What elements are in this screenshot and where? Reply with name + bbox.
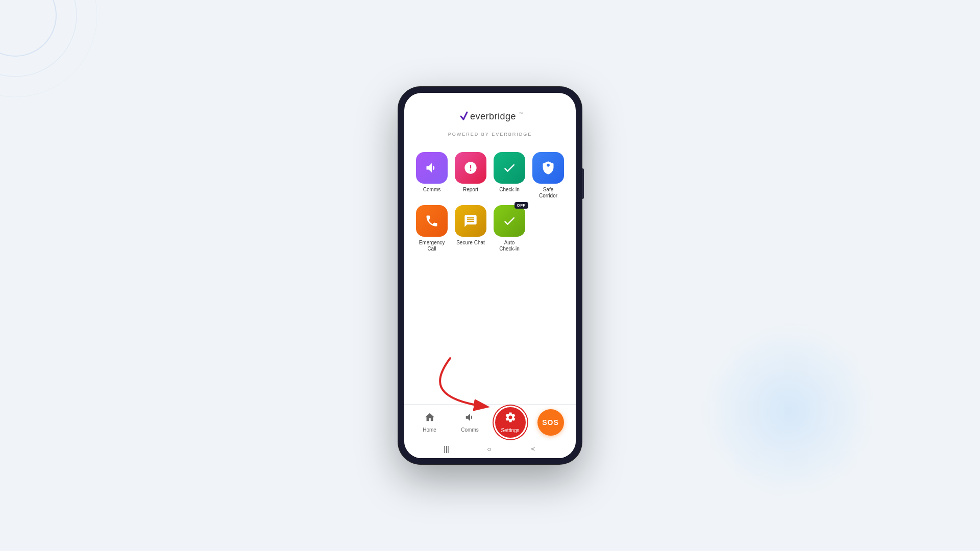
auto-checkin-app-item[interactable]: OFF AutoCheck-in xyxy=(492,205,527,252)
app-logo: everbridge ™ xyxy=(457,108,523,124)
android-back-btn[interactable]: ＜ xyxy=(529,444,536,454)
phone-frame: everbridge ™ POWERED BY EVERBRIDGE xyxy=(398,87,582,464)
nav-sos[interactable]: SOS xyxy=(535,409,566,436)
auto-checkin-label: AutoCheck-in xyxy=(499,240,519,252)
safe-corridor-label: SafeCorridor xyxy=(539,187,557,199)
secure-chat-label: Secure Chat xyxy=(456,240,485,246)
logo-area: everbridge ™ POWERED BY EVERBRIDGE xyxy=(448,108,532,137)
nav-settings[interactable]: Settings xyxy=(495,407,526,438)
svg-text:everbridge: everbridge xyxy=(470,111,516,121)
comms-label: Comms xyxy=(423,187,440,193)
svg-point-0 xyxy=(0,0,56,56)
emergency-call-app-item[interactable]: EmergencyCall xyxy=(414,205,449,252)
nav-home[interactable]: Home xyxy=(414,412,445,433)
svg-point-2 xyxy=(0,0,97,97)
app-grid: Comms Report xyxy=(414,152,566,252)
home-icon xyxy=(424,412,435,425)
sos-button[interactable]: SOS xyxy=(537,409,564,436)
emergency-call-label: EmergencyCall xyxy=(419,240,445,252)
chat-icon xyxy=(463,214,478,228)
shield-person-icon xyxy=(541,161,555,175)
svg-point-1 xyxy=(0,0,77,77)
nav-home-label: Home xyxy=(423,427,436,433)
checkin-icon xyxy=(494,152,525,184)
bottom-nav: Home Comms Settings xyxy=(404,404,576,440)
secure-chat-app-item[interactable]: Secure Chat xyxy=(453,205,488,252)
auto-check-icon xyxy=(502,214,517,228)
everbridge-logo-svg: everbridge ™ xyxy=(457,108,523,124)
android-nav-bar: ||| ○ ＜ xyxy=(404,440,576,458)
safe-corridor-app-item[interactable]: SafeCorridor xyxy=(531,152,566,199)
decorative-circles xyxy=(0,0,128,128)
nav-settings-label: Settings xyxy=(501,428,519,433)
checkmark-icon xyxy=(502,161,517,175)
sos-label: SOS xyxy=(542,418,559,427)
android-recent-btn[interactable]: ||| xyxy=(444,445,449,453)
emergency-call-icon xyxy=(416,205,448,237)
megaphone-icon xyxy=(425,161,439,175)
settings-gear-icon xyxy=(504,411,517,427)
nav-comms-label: Comms xyxy=(461,427,478,433)
auto-checkin-icon: OFF xyxy=(494,205,525,237)
phone-screen: everbridge ™ POWERED BY EVERBRIDGE xyxy=(404,93,576,458)
checkin-label: Check-in xyxy=(499,187,519,193)
checkin-app-item[interactable]: Check-in xyxy=(492,152,527,199)
off-badge: OFF xyxy=(514,202,529,209)
app-content: everbridge ™ POWERED BY EVERBRIDGE xyxy=(404,93,576,404)
report-label: Report xyxy=(463,187,478,193)
comms-icon xyxy=(416,152,448,184)
nav-comms[interactable]: Comms xyxy=(455,412,485,433)
safe-corridor-icon xyxy=(532,152,564,184)
phone-icon xyxy=(425,214,439,228)
powered-by-label: POWERED BY EVERBRIDGE xyxy=(448,132,532,137)
report-icon xyxy=(455,152,486,184)
comms-app-item[interactable]: Comms xyxy=(414,152,449,199)
nav-comms-icon xyxy=(464,412,476,425)
report-app-item[interactable]: Report xyxy=(453,152,488,199)
android-home-btn[interactable]: ○ xyxy=(487,445,491,453)
secure-chat-icon xyxy=(455,205,486,237)
warning-icon xyxy=(463,161,478,175)
bg-glow xyxy=(699,321,878,500)
svg-text:™: ™ xyxy=(519,112,523,115)
